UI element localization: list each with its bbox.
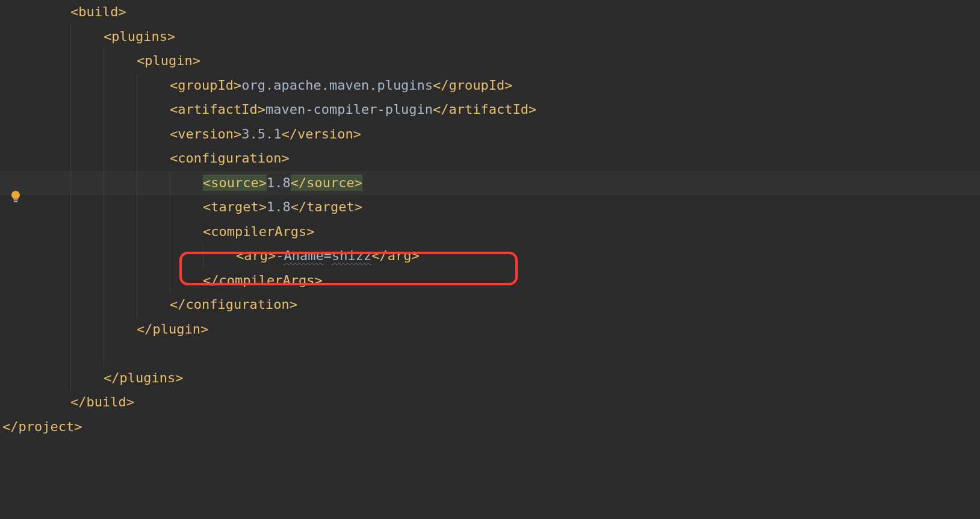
- xml-tag: </plugin>: [137, 322, 208, 337]
- svg-rect-0: [14, 199, 18, 200]
- xml-tag: </groupId>: [433, 78, 512, 93]
- xml-text-typo: Aname: [284, 248, 323, 263]
- xml-tag: </project>: [2, 419, 82, 434]
- xml-text: 3.5.1: [241, 126, 281, 141]
- code-line-empty[interactable]: [0, 341, 980, 366]
- xml-tag-matched: <source>: [203, 175, 267, 191]
- code-line[interactable]: <compilerArgs>: [0, 220, 980, 244]
- xml-text-typo: shizz: [332, 248, 371, 263]
- xml-text: =: [324, 248, 332, 263]
- code-line[interactable]: <target>1.8</target>: [0, 195, 980, 220]
- xml-tag: <groupId>: [170, 78, 241, 93]
- xml-text: -: [276, 248, 284, 263]
- xml-text: maven-compiler-plugin: [265, 102, 433, 117]
- code-line[interactable]: </build>: [0, 390, 980, 415]
- svg-rect-1: [14, 201, 17, 202]
- xml-text: 1.8: [267, 199, 291, 214]
- xml-tag: <arg>: [236, 248, 276, 263]
- code-line[interactable]: <version>3.5.1</version>: [0, 122, 980, 147]
- xml-tag: <plugin>: [137, 53, 200, 68]
- code-line[interactable]: </plugin>: [0, 317, 980, 342]
- code-line[interactable]: <configuration>: [0, 146, 980, 171]
- code-line-active[interactable]: <source>1.8</source>: [0, 171, 980, 196]
- xml-text: 1.8: [267, 175, 291, 190]
- xml-text: org.apache.maven.plugins: [241, 78, 433, 93]
- code-line[interactable]: </project>: [0, 415, 980, 440]
- xml-tag: </plugins>: [104, 370, 183, 385]
- xml-tag: <compilerArgs>: [203, 224, 314, 239]
- code-line[interactable]: <plugin>: [0, 49, 980, 73]
- code-line[interactable]: </plugins>: [0, 366, 980, 391]
- xml-tag: <plugins>: [104, 29, 175, 44]
- xml-tag: </compilerArgs>: [203, 273, 323, 288]
- code-content[interactable]: <build> <plugins> <plugin> <groupId>org.…: [0, 0, 980, 439]
- xml-tag: </arg>: [371, 248, 419, 263]
- xml-tag: <configuration>: [170, 151, 290, 166]
- xml-tag: </build>: [70, 394, 134, 409]
- xml-tag: </configuration>: [170, 297, 297, 312]
- code-line[interactable]: <artifactId>maven-compiler-plugin</artif…: [0, 98, 980, 122]
- code-editor[interactable]: <build> <plugins> <plugin> <groupId>org.…: [0, 0, 980, 519]
- intention-bulb-icon[interactable]: [8, 190, 23, 204]
- code-line[interactable]: <groupId>org.apache.maven.plugins</group…: [0, 73, 980, 98]
- xml-tag: </version>: [281, 126, 361, 141]
- code-line[interactable]: <build>: [0, 0, 980, 25]
- code-line[interactable]: </configuration>: [0, 293, 980, 317]
- xml-tag: <target>: [203, 199, 267, 214]
- code-line[interactable]: <arg>-Aname=shizz</arg>: [0, 244, 980, 269]
- xml-tag: <version>: [170, 126, 241, 141]
- xml-tag-matched: </source>: [291, 175, 362, 191]
- xml-tag: </target>: [291, 199, 362, 214]
- code-line[interactable]: </compilerArgs>: [0, 269, 980, 293]
- xml-tag: </artifactId>: [433, 102, 536, 117]
- code-line[interactable]: <plugins>: [0, 25, 980, 49]
- xml-tag: <build>: [70, 4, 126, 19]
- xml-tag: <artifactId>: [170, 102, 265, 117]
